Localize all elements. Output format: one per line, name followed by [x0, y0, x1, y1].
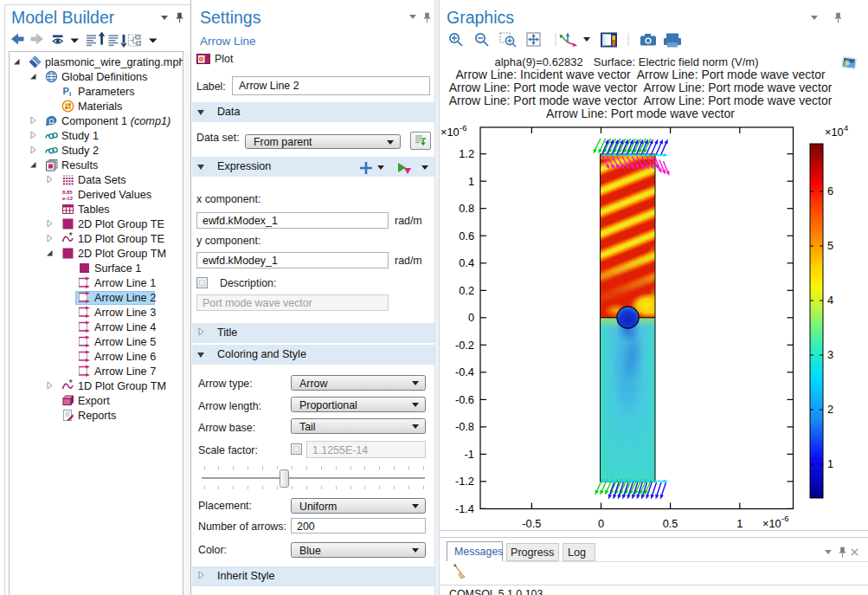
svg-text:1: 1 [468, 175, 474, 188]
svg-text:-6: -6 [460, 123, 466, 133]
svg-text:-0.8: -0.8 [455, 420, 474, 433]
svg-text:-0.6: -0.6 [455, 393, 474, 406]
svg-text:-0.4: -0.4 [455, 365, 474, 378]
svg-text:i: i [69, 90, 71, 98]
svg-text:*: * [69, 232, 74, 241]
svg-text:1: 1 [736, 517, 743, 530]
svg-text:-1.2: -1.2 [455, 475, 474, 488]
svg-text:-0.2: -0.2 [455, 339, 474, 352]
svg-text:5: 5 [827, 239, 833, 252]
svg-text:0.8: 0.8 [459, 202, 474, 215]
svg-text:-0.5: -0.5 [522, 517, 541, 530]
svg-text:e-12: e-12 [62, 195, 74, 200]
svg-text:1: 1 [827, 457, 833, 470]
svg-text:0.6: 0.6 [459, 230, 474, 243]
svg-text:-1: -1 [465, 448, 474, 461]
svg-text:*: * [69, 379, 74, 388]
svg-text:2: 2 [827, 403, 833, 416]
svg-text:×10: ×10 [440, 126, 460, 139]
svg-text:4: 4 [844, 123, 848, 133]
svg-text:6: 6 [827, 184, 833, 197]
svg-text:-6: -6 [781, 514, 788, 523]
svg-text:4: 4 [827, 294, 833, 307]
svg-text:0.5: 0.5 [663, 517, 678, 530]
svg-text:8.85: 8.85 [62, 189, 73, 194]
svg-text:3: 3 [827, 348, 833, 361]
svg-text:0: 0 [598, 517, 604, 530]
svg-text:×10: ×10 [762, 517, 781, 530]
svg-text:0.2: 0.2 [459, 284, 474, 297]
svg-text:Ω: Ω [48, 116, 54, 125]
svg-text:-1.4: -1.4 [455, 502, 474, 515]
svg-text:P: P [63, 86, 69, 96]
svg-text:0.4: 0.4 [459, 256, 474, 269]
svg-text:1.2: 1.2 [459, 147, 474, 160]
svg-text:×10: ×10 [825, 126, 844, 139]
svg-text:0: 0 [468, 311, 474, 324]
